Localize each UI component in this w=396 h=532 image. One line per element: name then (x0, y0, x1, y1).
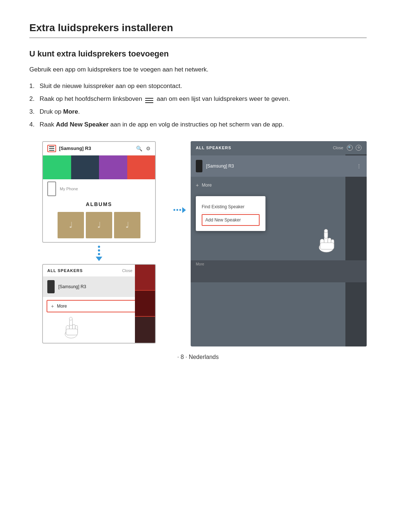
step-number-1: 1. (29, 81, 40, 92)
plus-icon-left: + (51, 303, 54, 309)
step-3: 3. Druk op More. (29, 107, 367, 117)
music-note-2: ♩ (97, 220, 101, 230)
right-strip (135, 265, 155, 343)
hand-cursor-left (61, 315, 81, 339)
top-bar: [Samsung] R3 🔍 ⚙ (43, 142, 155, 155)
my-phone-label: My Phone (60, 187, 78, 191)
rfp-header: ALL SPEAKERS Close 🔍 ⚙ (191, 141, 367, 154)
rfp-dots[interactable]: ⋮ (356, 163, 362, 169)
rfp-icons: 🔍 ⚙ (347, 145, 362, 151)
screen-title: [Samsung] R3 (59, 146, 91, 151)
find-existing-option[interactable]: Find Existing Speaker (202, 201, 260, 213)
rfp-bottom-bar: More (191, 260, 367, 282)
band-green (43, 155, 71, 179)
rfp-gear-icon[interactable]: ⚙ (356, 145, 362, 151)
more-text-left: More (57, 304, 67, 309)
step-text-4: Raak Add New Speaker aan in de app en vo… (40, 120, 367, 130)
top-right-icons: 🔍 ⚙ (136, 146, 151, 151)
rfp-close-btn[interactable]: Close (333, 146, 343, 150)
step-text-3: Druk op More. (40, 107, 367, 117)
page-footer: · 8 · Nederlands (29, 354, 367, 360)
right-arrow (173, 207, 186, 213)
arrow-head (96, 257, 102, 261)
page-title: Extra luidsprekers installeren (29, 22, 367, 38)
svg-rect-16 (320, 243, 334, 249)
strip-1 (135, 265, 155, 290)
hamburger-line-3 (49, 150, 54, 151)
rfp-speaker-name: [Samsung] R3 (206, 164, 353, 169)
my-phone-row: My Phone (43, 179, 155, 198)
dot-1 (98, 246, 100, 248)
strip-2 (135, 291, 155, 316)
steps-list: 1. Sluit de nieuwe luisspreker aan op ee… (29, 81, 367, 130)
bottom-phone-screen: ALL SPEAKERS Close 🔍 ⚙ [Samsung] R3 ⋮ + … (42, 264, 156, 344)
band-red (127, 155, 155, 179)
rfp-content: ALL SPEAKERS Close 🔍 ⚙ (191, 141, 367, 282)
close-button-left[interactable]: Close (122, 268, 132, 273)
dot-h-1 (173, 209, 175, 211)
dot-h-2 (176, 209, 178, 211)
dot-2 (98, 249, 100, 252)
music-note-3: ♩ (125, 220, 129, 230)
music-note-1: ♩ (69, 220, 73, 230)
arrow-head-right (182, 207, 186, 213)
color-bands (43, 155, 155, 179)
rfp-more-row: + More (191, 178, 367, 192)
strip-3 (135, 317, 155, 343)
albums-heading: ALBUMS (43, 198, 155, 210)
intro-text: Gebruik een app om luidsprekers toe te v… (29, 65, 367, 74)
gear-icon[interactable]: ⚙ (146, 146, 151, 151)
rfp-search-icon[interactable]: 🔍 (347, 145, 353, 151)
step-text-1: Sluit de nieuwe luisspreker aan op een s… (40, 81, 367, 92)
hamburger-button[interactable] (47, 145, 56, 152)
step-1: 1. Sluit de nieuwe luisspreker aan op ee… (29, 81, 367, 92)
band-purple (99, 155, 127, 179)
between-arrow (169, 207, 191, 213)
hand-area-right (191, 227, 367, 253)
hand-cursor-right (315, 227, 337, 253)
step-number-3: 3. (29, 107, 40, 117)
album-thumb-2: ♩ (86, 212, 112, 238)
rfp-speaker-icon (196, 160, 202, 172)
screenshots-area: [Samsung] R3 🔍 ⚙ My Phone ALBUMS (29, 141, 367, 346)
search-icon[interactable]: 🔍 (136, 146, 142, 151)
hamburger-line-2 (49, 148, 54, 149)
step-number-4: 4. (29, 120, 40, 130)
step-2: 2. Raak op het hoofdscherm linksboven aa… (29, 94, 367, 104)
album-thumb-3: ♩ (114, 212, 140, 238)
rfp-header-right: Close 🔍 ⚙ (333, 145, 362, 151)
section-heading: U kunt extra luidsprekers toevoegen (29, 49, 367, 59)
rfp-plus-icon: + (196, 182, 199, 188)
step-4: 4. Raak Add New Speaker aan in de app en… (29, 120, 367, 130)
top-left: [Samsung] R3 (47, 145, 91, 152)
rfp-title: ALL SPEAKERS (196, 146, 231, 150)
top-phone-screen: [Samsung] R3 🔍 ⚙ My Phone ALBUMS (42, 141, 156, 243)
svg-rect-8 (66, 329, 78, 335)
rfp-more-bottom: More (191, 260, 367, 268)
band-dark (71, 155, 99, 179)
rfp-speaker-row: [Samsung] R3 ⋮ (191, 155, 367, 177)
svg-point-10 (69, 317, 72, 320)
svg-point-18 (324, 229, 328, 233)
add-new-speaker-option[interactable]: Add New Speaker (202, 214, 260, 226)
step-number-2: 2. (29, 94, 40, 104)
step-text-2: Raak op het hoofdscherm linksboven aan o… (40, 94, 367, 104)
speaker-name-left: [Samsung] R3 (58, 284, 142, 289)
rfp-popup: Find Existing Speaker Add New Speaker (196, 196, 265, 231)
down-arrow (96, 243, 102, 264)
device-icon (47, 181, 56, 196)
album-thumb-1: ♩ (58, 212, 84, 238)
right-panel: ALL SPEAKERS Close 🔍 ⚙ (191, 141, 367, 346)
dot-3 (98, 253, 100, 255)
rfp-more-text: More (202, 183, 212, 188)
speaker-icon-left (47, 280, 55, 293)
dot-h-3 (179, 209, 181, 211)
all-speakers-title-left: ALL SPEAKERS (47, 268, 83, 273)
hamburger-line-1 (49, 146, 54, 147)
left-screenshots: [Samsung] R3 🔍 ⚙ My Phone ALBUMS (29, 141, 169, 344)
album-row: ♩ ♩ ♩ (43, 210, 155, 242)
right-screenshots: ALL SPEAKERS Close 🔍 ⚙ (191, 141, 367, 346)
